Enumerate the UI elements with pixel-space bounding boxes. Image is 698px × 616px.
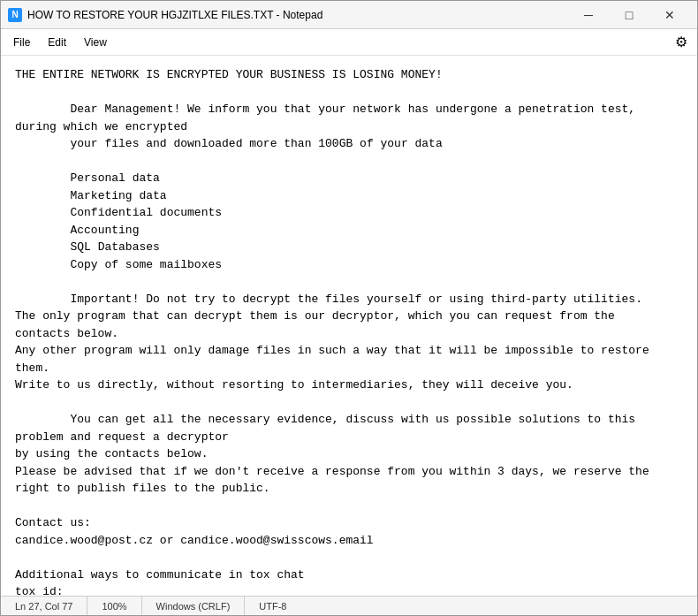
menu-bar: File Edit View ⚙ xyxy=(1,29,697,56)
status-bar: Ln 27, Col 77 100% Windows (CRLF) UTF-8 xyxy=(1,596,697,615)
menu-file[interactable]: File xyxy=(4,33,39,52)
title-bar: N HOW TO RESTORE YOUR HGJZITLXE FILES.TX… xyxy=(1,1,697,29)
line-ending: Windows (CRLF) xyxy=(142,597,246,615)
settings-icon[interactable]: ⚙ xyxy=(669,30,694,55)
zoom-level: 100% xyxy=(87,597,141,615)
text-editor-area[interactable]: THE ENTIRE NETWORK IS ENCRYPTED YOUR BUS… xyxy=(1,56,697,596)
close-button[interactable]: ✕ xyxy=(649,1,690,29)
window-title: HOW TO RESTORE YOUR HGJZITLXE FILES.TXT … xyxy=(27,9,568,21)
encoding: UTF-8 xyxy=(245,597,300,615)
menu-view[interactable]: View xyxy=(75,33,116,52)
maximize-button[interactable]: □ xyxy=(609,1,649,29)
app-icon: N xyxy=(8,8,22,22)
document-content[interactable]: THE ENTIRE NETWORK IS ENCRYPTED YOUR BUS… xyxy=(15,66,683,596)
window-controls: ─ □ ✕ xyxy=(568,1,690,29)
minimize-button[interactable]: ─ xyxy=(568,1,609,29)
cursor-position: Ln 27, Col 77 xyxy=(1,597,87,615)
menu-edit[interactable]: Edit xyxy=(39,33,75,52)
notepad-window: N HOW TO RESTORE YOUR HGJZITLXE FILES.TX… xyxy=(0,0,698,616)
